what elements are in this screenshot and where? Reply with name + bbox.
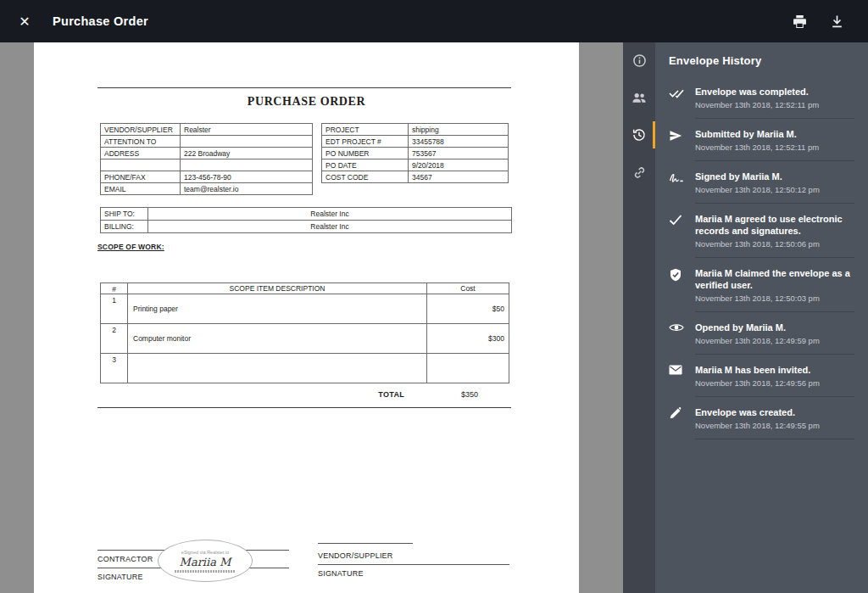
divider bbox=[695, 160, 854, 161]
esigned-via-text: eSigned via Realster.io bbox=[181, 550, 229, 555]
cell-value: team@realster.io bbox=[181, 183, 313, 195]
cell-desc: Computer monitor bbox=[128, 324, 427, 354]
signature-line bbox=[318, 543, 413, 544]
cell-value: 753567 bbox=[409, 148, 509, 159]
history-date: November 13th 2018, 12:49:56 pm bbox=[695, 378, 854, 389]
total-value: $350 bbox=[428, 390, 511, 399]
cell-value: 222 Broadway bbox=[181, 148, 313, 159]
history-message: Submitted by Mariia M. bbox=[695, 128, 854, 140]
close-icon[interactable]: ✕ bbox=[14, 10, 36, 32]
table-row: 2 Computer monitor $300 bbox=[101, 324, 509, 354]
scope-of-work-heading: SCOPE OF WORK: bbox=[97, 243, 164, 251]
cell-num: 3 bbox=[101, 354, 128, 383]
history-entry: Submitted by Mariia M. November 13th 201… bbox=[669, 128, 854, 161]
history-message: Mariia M has been invited. bbox=[695, 364, 854, 376]
cell-cost: $300 bbox=[427, 324, 509, 354]
recipients-icon[interactable] bbox=[623, 80, 655, 115]
cell-label: PO NUMBER bbox=[322, 148, 409, 159]
signature-line bbox=[318, 564, 509, 565]
history-date: November 13th 2018, 12:50:03 pm bbox=[695, 294, 854, 304]
document-title: PURCHASE ORDER bbox=[34, 95, 579, 109]
cell-value bbox=[181, 136, 313, 148]
cell-label: VENDOR/SUPPLIER bbox=[101, 124, 181, 136]
history-icon[interactable] bbox=[623, 117, 655, 153]
ship-billing-table: SHIP TO:Realster Inc BILLING:Realster In… bbox=[100, 207, 512, 233]
cell-label: PHONE/FAX bbox=[101, 171, 181, 183]
cell-label: ADDRESS bbox=[101, 148, 181, 159]
vendor-signature-block: VENDOR/SUPPLIER SIGNATURE bbox=[318, 543, 509, 582]
history-entry: Mariia M has been invited. November 13th… bbox=[669, 364, 854, 397]
cell-label: COST CODE bbox=[322, 171, 409, 183]
project-info-table: PROJECTshipping EDT PROJECT #33455788 PO… bbox=[321, 123, 509, 183]
history-entry: Mariia M agreed to use electronic record… bbox=[669, 213, 854, 258]
history-entry: Opened by Mariia M. November 13th 2018, … bbox=[669, 322, 854, 355]
cell-label: BILLING: bbox=[101, 221, 148, 233]
history-message: Envelope was completed. bbox=[695, 86, 854, 98]
shield-check-icon bbox=[669, 267, 695, 312]
history-entry: Envelope was completed. November 13th 20… bbox=[669, 86, 854, 119]
link-icon[interactable] bbox=[623, 154, 655, 190]
history-message: Mariia M agreed to use electronic record… bbox=[695, 213, 854, 237]
cell-label: PROJECT bbox=[322, 124, 409, 136]
cell-label bbox=[101, 159, 181, 171]
download-icon[interactable] bbox=[827, 12, 846, 31]
cell-label: PO DATE bbox=[322, 159, 409, 171]
cell-value: Realster Inc bbox=[148, 208, 512, 221]
history-date: November 13th 2018, 12:52:11 pm bbox=[695, 143, 854, 153]
cell-value: Realster bbox=[181, 124, 313, 136]
purchase-order-document: PURCHASE ORDER VENDOR/SUPPLIERRealster A… bbox=[34, 42, 579, 593]
divider bbox=[695, 396, 854, 397]
cell-cost: $50 bbox=[427, 294, 509, 324]
history-date: November 13th 2018, 12:52:11 pm bbox=[695, 100, 854, 110]
history-entry: Signed by Mariia M. November 13th 2018, … bbox=[669, 171, 854, 204]
topbar-actions bbox=[790, 12, 846, 31]
history-message: Mariia M claimed the envelope as a verif… bbox=[695, 267, 854, 291]
cell-label: SHIP TO: bbox=[101, 208, 148, 221]
main-area: PURCHASE ORDER VENDOR/SUPPLIERRealster A… bbox=[0, 42, 868, 593]
eye-icon bbox=[669, 322, 695, 355]
cell-label: EDT PROJECT # bbox=[322, 136, 409, 148]
sidebar-icon-strip bbox=[623, 42, 655, 593]
cell-value: 33455788 bbox=[409, 136, 509, 148]
cell-cost bbox=[427, 354, 509, 383]
scope-items-table: # SCOPE ITEM DESCRIPTION Cost 1 Printing… bbox=[100, 283, 509, 383]
column-header: SCOPE ITEM DESCRIPTION bbox=[128, 283, 427, 294]
history-entry: Mariia M claimed the envelope as a verif… bbox=[669, 267, 854, 312]
column-header: Cost bbox=[427, 283, 509, 294]
signature-label: SIGNATURE bbox=[318, 569, 509, 578]
cell-value: 34567 bbox=[409, 171, 509, 183]
history-message: Opened by Mariia M. bbox=[695, 322, 854, 333]
send-icon bbox=[669, 128, 695, 161]
divider bbox=[695, 439, 854, 439]
history-message: Signed by Mariia M. bbox=[695, 171, 854, 182]
esignature-stamp: eSigned via Realster.io Mariia M bbox=[158, 540, 253, 582]
vendor-info-table: VENDOR/SUPPLIERRealster ATTENTION TO ADD… bbox=[100, 123, 313, 195]
signature-id-microtext bbox=[175, 570, 236, 573]
total-label: TOTAL bbox=[100, 390, 428, 399]
table-row: 3 bbox=[101, 354, 509, 383]
info-tables: VENDOR/SUPPLIERRealster ATTENTION TO ADD… bbox=[100, 123, 509, 195]
divider bbox=[695, 311, 854, 312]
table-row: 1 Printing paper $50 bbox=[101, 294, 509, 324]
info-icon[interactable] bbox=[623, 42, 655, 78]
cell-value: shipping bbox=[409, 124, 509, 136]
double-check-icon bbox=[669, 86, 695, 119]
print-icon[interactable] bbox=[790, 12, 809, 31]
signature-name: Mariia M bbox=[180, 556, 231, 568]
divider bbox=[695, 354, 854, 355]
cell-desc bbox=[128, 354, 427, 383]
vendor-supplier-label: VENDOR/SUPPLIER bbox=[318, 551, 509, 560]
cell-value: Realster Inc bbox=[148, 221, 512, 233]
bottom-rule bbox=[97, 407, 511, 408]
topbar: ✕ Purchase Order bbox=[0, 0, 868, 42]
history-message: Envelope was created. bbox=[695, 406, 854, 418]
total-row: TOTAL $350 bbox=[100, 390, 511, 399]
cell-desc: Printing paper bbox=[128, 294, 427, 324]
history-date: November 13th 2018, 12:50:06 pm bbox=[695, 239, 854, 249]
top-rule bbox=[97, 87, 511, 88]
cell-value: 9/20/2018 bbox=[409, 159, 509, 171]
mail-icon bbox=[669, 364, 695, 397]
document-viewer: PURCHASE ORDER VENDOR/SUPPLIERRealster A… bbox=[0, 42, 623, 593]
divider bbox=[695, 257, 854, 258]
page-title: Purchase Order bbox=[53, 14, 148, 28]
